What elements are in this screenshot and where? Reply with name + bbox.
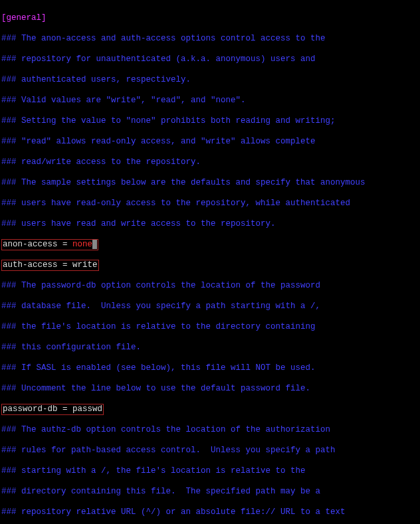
setting-value: none (72, 240, 92, 249)
comment-line: ### The sample settings below are the de… (1, 178, 419, 189)
comment-line: ### repository for unauthenticated (a.k.… (1, 54, 419, 65)
setting-anon-access: anon-access = none (1, 240, 419, 250)
comment-line: ### authenticated users, respectively. (1, 75, 419, 86)
comment-line: ### database file. Unless you specify a … (1, 302, 419, 312)
comment-line: ### users have read and write access to … (1, 219, 419, 230)
setting-key: anon-access = (3, 240, 72, 249)
comment-line: ### Uncomment the line below to use the … (1, 384, 419, 394)
setting-password-db: password-db = passwd (1, 404, 419, 415)
comment-line: ### the file's location is relative to t… (1, 322, 419, 333)
comment-line: ### users have read-only access to the r… (1, 199, 419, 209)
comment-line: ### If SASL is enabled (see below), this… (1, 363, 419, 374)
setting-auth-access: auth-access = write (1, 260, 419, 271)
comment-line: ### repository relative URL (^/) or an a… (1, 507, 419, 518)
comment-line: ### "read" allows read-only access, and … (1, 137, 419, 147)
section-header: [general] (1, 13, 419, 24)
terminal-editor[interactable]: [general] ### The anon-access and auth-a… (0, 0, 420, 524)
comment-line: ### Valid values are "write", "read", an… (1, 96, 419, 106)
comment-line: ### this configuration file. (1, 343, 419, 353)
comment-line: ### The anon-access and auth-access opti… (1, 34, 419, 44)
comment-line: ### The authz-db option controls the loc… (1, 425, 419, 436)
comment-line: ### The password-db option controls the … (1, 281, 419, 292)
cursor-icon (92, 240, 97, 249)
comment-line: ### Setting the value to "none" prohibit… (1, 116, 419, 127)
setting-row: password-db = passwd (1, 404, 104, 416)
comment-line: ### starting with a /, the file's locati… (1, 466, 419, 477)
comment-line: ### read/write access to the repository. (1, 157, 419, 168)
setting-row: auth-access = write (1, 260, 99, 272)
comment-line: ### rules for path-based access control.… (1, 446, 419, 456)
comment-line: ### directory containing this file. The … (1, 487, 419, 497)
